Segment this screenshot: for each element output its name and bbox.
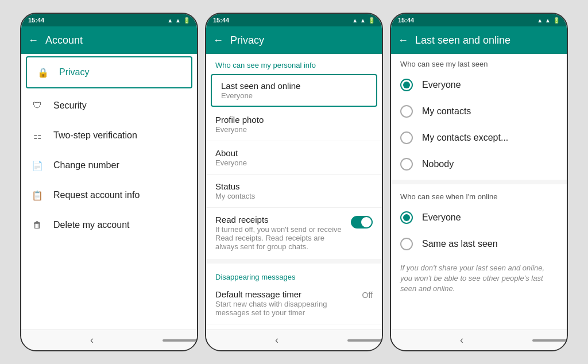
status-setting[interactable]: Status My contacts [206,176,382,206]
personal-info-header: Who can see my personal info [206,54,382,72]
default-timer-sub: Start new chats with disappearing messag… [215,300,362,317]
delete-icon: 🗑 [30,218,44,232]
wifi-icon-2: ▲ [352,17,358,24]
radio-inner-1 [403,82,410,88]
status-icons-1: ▲ ▲ 🔋 [167,17,190,24]
radio-label-except-1: My contacts except... [422,133,508,143]
info-text-content: If you don't share your last seen and on… [400,264,544,293]
nav-back-2[interactable]: ‹ [275,334,278,346]
menu-item-privacy[interactable]: 🔒 Privacy [26,56,192,88]
radio-mycontacts-except-1[interactable]: My contacts except... [391,125,567,151]
read-receipts-title: Read receipts [215,215,346,224]
radio-outer-mycontacts-1 [400,105,413,118]
deleteaccount-label: Delete my account [53,220,130,230]
section1-title: Who can see my last seen [391,54,567,72]
menu-item-changenumber[interactable]: 📄 Change number [21,150,197,180]
battery-icon-1: 🔋 [183,17,190,24]
app-bar-title-3: Last seen and online [415,34,510,47]
back-button-1[interactable]: ← [28,34,38,47]
last-seen-content: Who can see my last seen Everyone My con… [391,54,567,330]
app-bar-3: ← Last seen and online [391,26,567,54]
read-receipts-row: Read receipts If turned off, you won't s… [206,209,382,257]
radio-inner-2 [403,214,410,221]
profile-photo-setting[interactable]: Profile photo Everyone [206,109,382,140]
time-2: 15:44 [213,17,229,24]
shield-icon: 🛡 [30,99,44,113]
changenumber-label: Change number [53,160,119,171]
status-icons-2: ▲ ▲ 🔋 [352,17,375,24]
requestinfo-icon: 📋 [30,188,44,202]
signal-icon-2: ▲ [360,17,366,24]
about-sub: Everyone [215,158,373,167]
changenumber-icon: 📄 [30,158,44,172]
menu-item-deleteaccount[interactable]: 🗑 Delete my account [21,210,197,240]
read-receipts-sub: If turned off, you won't send or receive… [215,225,346,251]
groups-setting[interactable]: Groups Everyone [206,326,382,330]
requestinfo-label: Request account info [53,190,140,200]
read-receipts-text: Read receipts If turned off, you won't s… [215,215,346,251]
radio-same-as-last-seen[interactable]: Same as last seen [391,231,567,257]
phone-account: 15:44 ▲ ▲ 🔋 ← Account 🔒 Privacy 🛡 Securi… [20,13,198,351]
last-seen-title: Last seen and online [221,81,367,91]
battery-icon-3: 🔋 [553,17,560,24]
privacy-content: Who can see my personal info Last seen a… [206,54,382,330]
divider-3 [206,207,382,208]
signal-icon-1: ▲ [175,17,181,24]
menu-item-security[interactable]: 🛡 Security [21,91,197,121]
privacy-label: Privacy [59,67,89,78]
status-bar-2: 15:44 ▲ ▲ 🔋 [206,14,382,26]
divider-1 [206,141,382,141]
menu-item-twostep[interactable]: ⚏ Two-step verification [21,121,197,150]
time-1: 15:44 [28,17,44,24]
radio-outer-samelastseen [400,238,413,250]
radio-mycontacts-1[interactable]: My contacts [391,98,567,125]
section2-title: Who can see when I'm online [391,187,567,204]
last-seen-sub: Everyone [221,91,367,100]
home-indicator-1 [163,339,197,342]
radio-nobody-1[interactable]: Nobody [391,151,567,177]
menu-item-requestinfo[interactable]: 📋 Request account info [21,180,197,210]
bottom-nav-1: ‹ [21,330,197,350]
divider-2 [206,174,382,175]
app-bar-2: ← Privacy [206,26,382,54]
radio-everyone-1[interactable]: Everyone [391,72,567,98]
bottom-nav-3: ‹ [391,330,567,350]
lock-icon: 🔒 [36,65,50,79]
phone-privacy: 15:44 ▲ ▲ 🔋 ← Privacy Who can see my per… [205,13,383,351]
twostep-icon: ⚏ [30,129,44,142]
radio-label-nobody-1: Nobody [422,159,454,169]
radio-outer-nobody-1 [400,158,413,171]
phone-last-seen: 15:44 ▲ ▲ 🔋 ← Last seen and online Who c… [390,13,568,351]
account-content: 🔒 Privacy 🛡 Security ⚏ Two-step verifica… [21,54,197,330]
battery-icon-2: 🔋 [368,17,375,24]
divider-4 [206,324,382,324]
default-timer-row[interactable]: Default message timer Start new chats wi… [206,284,382,323]
app-bar-title-1: Account [45,34,83,47]
radio-label-everyone-2: Everyone [422,212,461,223]
nav-back-1[interactable]: ‹ [90,334,94,346]
info-text: If you don't share your last seen and on… [391,257,567,300]
status-title: Status [215,181,373,191]
signal-icon-3: ▲ [545,17,551,24]
app-bar-1: ← Account [21,26,197,54]
app-bar-title-2: Privacy [230,34,264,47]
radio-label-samelastseen: Same as last seen [422,239,498,249]
nav-back-3[interactable]: ‹ [460,334,463,346]
back-button-3[interactable]: ← [398,34,408,47]
radio-outer-2 [400,211,413,224]
home-indicator-2 [347,339,382,342]
read-receipts-toggle[interactable] [351,216,373,229]
radio-everyone-2[interactable]: Everyone [391,204,567,231]
about-setting[interactable]: About Everyone [206,142,382,173]
back-button-2[interactable]: ← [213,34,223,47]
radio-label-everyone-1: Everyone [422,80,461,90]
radio-outer-1 [400,79,413,91]
radio-label-mycontacts-1: My contacts [422,106,471,117]
default-timer-title: Default message timer [215,289,362,299]
wifi-icon-1: ▲ [167,17,173,24]
toggle-knob [361,217,372,227]
home-indicator-3 [532,339,567,342]
last-seen-setting[interactable]: Last seen and online Everyone [211,74,377,107]
default-timer-value: Off [362,291,373,300]
time-3: 15:44 [398,17,414,24]
